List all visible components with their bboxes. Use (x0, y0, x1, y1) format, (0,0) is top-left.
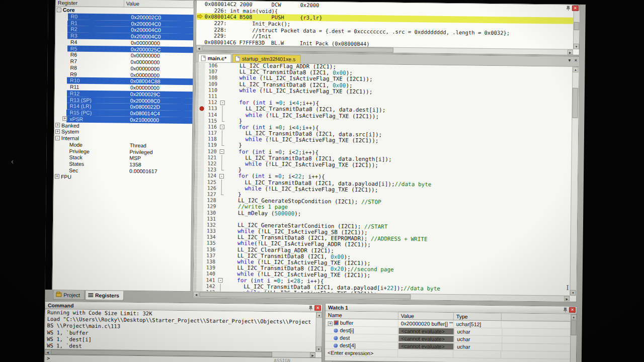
breakpoint-margin[interactable] (197, 252, 203, 258)
breakpoint-margin[interactable] (198, 130, 204, 136)
fold-margin (220, 63, 226, 69)
watch-vscrollbar[interactable]: ▲ ▼ (570, 314, 577, 362)
scroll-left-icon[interactable]: ◀ (193, 292, 199, 297)
breakpoint-margin[interactable] (197, 265, 203, 271)
fold-collapse-icon[interactable]: - (219, 174, 224, 178)
scroll-thumb[interactable] (572, 88, 578, 118)
command-vscrollbar[interactable]: ▲ ▼ (315, 312, 322, 352)
tab-registers[interactable]: Registers (85, 291, 124, 301)
watch-name-cell[interactable]: dest[4] (325, 341, 398, 349)
expand-icon[interactable]: + (55, 123, 60, 127)
breakpoint-margin[interactable] (198, 167, 204, 173)
breakpoint-margin[interactable] (198, 191, 204, 197)
expand-icon[interactable]: + (328, 321, 333, 326)
breakpoint-margin[interactable] (197, 240, 203, 246)
registers-list-icon (88, 293, 93, 297)
expand-icon[interactable]: + (62, 117, 67, 121)
watch-name-cell[interactable]: dest[i] (325, 326, 398, 334)
scroll-up-icon[interactable]: ▲ (316, 312, 322, 318)
close-icon[interactable]: ✕ (569, 307, 576, 313)
breakpoint-margin[interactable] (199, 87, 205, 93)
register-name: R15 (PC) (69, 109, 92, 115)
register-name: R7 (70, 58, 77, 64)
fold-collapse-icon[interactable]: - (220, 125, 224, 129)
breakpoint-margin[interactable] (197, 198, 203, 204)
scroll-right-icon[interactable]: ▶ (310, 352, 315, 357)
breakpoint-margin[interactable] (197, 277, 203, 283)
tab-startup-s[interactable]: startup_stm32f401xe.s (232, 54, 300, 63)
breakpoint-margin[interactable] (197, 258, 203, 264)
breakpoint-margin[interactable] (196, 283, 202, 289)
watch-struct-icon (334, 320, 339, 325)
pin-icon[interactable] (308, 305, 313, 311)
breakpoint-margin[interactable] (197, 246, 203, 252)
scroll-left-icon[interactable]: ◀ (45, 349, 50, 354)
expand-icon[interactable]: + (55, 129, 60, 134)
watch-name-cell[interactable]: <Enter expression> (325, 349, 398, 357)
tab-scroll-down-icon[interactable]: ▼ (568, 58, 572, 63)
close-icon[interactable]: ✕ (572, 6, 579, 11)
scroll-thumb[interactable] (574, 22, 579, 30)
scroll-right-icon[interactable]: ▶ (564, 296, 570, 301)
breakpoint-margin[interactable] (198, 118, 204, 124)
breakpoint-margin[interactable] (197, 222, 203, 228)
breakpoint-margin[interactable] (199, 100, 205, 106)
scroll-right-icon[interactable]: ▶ (568, 50, 573, 55)
register-name: Privilege (69, 148, 89, 154)
breakpoint-margin[interactable] (199, 75, 205, 81)
breakpoint-margin[interactable] (197, 216, 203, 222)
tab-close-icon[interactable]: ✕ (574, 58, 578, 63)
breakpoint-margin[interactable] (198, 136, 204, 142)
breakpoint-margin[interactable] (197, 204, 203, 210)
close-icon[interactable]: ✕ (314, 305, 321, 311)
breakpoint-margin[interactable] (198, 173, 204, 179)
breakpoint-marker[interactable] (199, 106, 204, 111)
collapse-icon[interactable]: - (57, 8, 61, 12)
breakpoint-margin[interactable] (198, 142, 204, 148)
breakpoint-margin[interactable] (198, 124, 204, 130)
scroll-thumb[interactable] (199, 292, 411, 299)
breakpoint-margin[interactable] (199, 69, 205, 75)
breakpoint-margin[interactable] (197, 271, 203, 277)
fold-margin (220, 87, 226, 94)
breakpoint-margin[interactable] (197, 210, 203, 216)
register-row[interactable]: +FPU (54, 173, 192, 182)
scroll-thumb[interactable] (571, 320, 576, 335)
breakpoint-margin[interactable] (198, 154, 204, 160)
scroll-thumb[interactable] (202, 45, 393, 52)
breakpoint-margin[interactable] (198, 112, 204, 118)
breakpoint-margin[interactable] (197, 234, 203, 240)
scroll-up-icon[interactable]: ▲ (573, 67, 578, 72)
breakpoint-margin[interactable] (199, 93, 205, 99)
breakpoint-margin[interactable] (199, 81, 205, 87)
disassembly-vscrollbar[interactable]: ▲ ▼ (573, 5, 580, 49)
breakpoint-margin[interactable] (199, 62, 205, 68)
expand-icon[interactable]: + (55, 174, 59, 178)
scroll-down-icon[interactable]: ▼ (316, 346, 321, 352)
fold-collapse-icon[interactable]: - (218, 278, 223, 283)
watch-type-cell: uchar[512] (454, 320, 502, 328)
tab-main-c[interactable]: main.c* (198, 53, 232, 62)
scroll-left-icon[interactable]: ◀ (196, 45, 202, 50)
breakpoint-margin[interactable] (198, 148, 204, 154)
scroll-up-icon[interactable]: ▲ (571, 314, 577, 320)
register-name: Banked (61, 122, 79, 128)
watch-name-cell[interactable]: dest (325, 334, 398, 342)
line-number: 134 (203, 234, 218, 241)
breakpoint-margin[interactable] (198, 106, 204, 112)
breakpoint-margin[interactable] (198, 179, 204, 185)
code-area[interactable]: 106 LL_I2C_ClearFlag_ADDR (I2C1);107 LL_… (193, 62, 572, 295)
breakpoint-margin[interactable] (198, 185, 204, 191)
fold-collapse-icon[interactable]: - (220, 149, 224, 154)
tab-project[interactable]: Project (53, 290, 85, 300)
pin-icon[interactable] (566, 6, 571, 11)
scroll-down-icon[interactable]: ▼ (570, 290, 576, 296)
scroll-down-icon[interactable]: ▼ (574, 44, 579, 49)
collapse-icon[interactable]: - (55, 136, 60, 140)
watch-name-cell[interactable]: +buffer (326, 319, 398, 327)
pin-icon[interactable] (563, 307, 568, 313)
breakpoint-margin[interactable] (197, 228, 203, 234)
tab-project-label: Project (63, 292, 80, 298)
breakpoint-margin[interactable] (198, 160, 204, 166)
fold-collapse-icon[interactable]: - (220, 101, 225, 105)
